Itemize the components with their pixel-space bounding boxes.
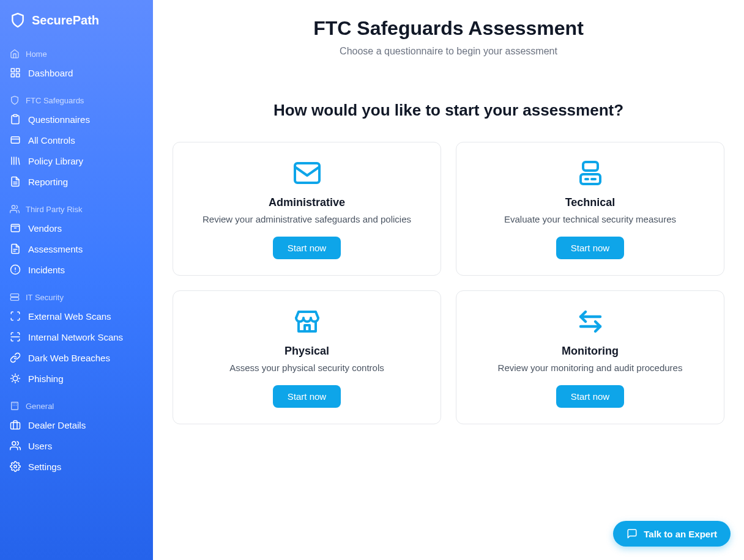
sidebar-item-label: Settings	[28, 462, 61, 472]
chat-icon	[627, 528, 638, 539]
card-technical: Technical Evaluate your technical securi…	[456, 142, 724, 276]
svg-line-10	[18, 158, 20, 165]
svg-rect-22	[10, 298, 18, 301]
svg-rect-32	[11, 422, 20, 429]
sidebar-section-tpr: Third Party Risk Vendors Assessments Inc…	[0, 201, 153, 280]
svg-point-33	[12, 441, 16, 445]
sidebar-item-label: Dashboard	[28, 68, 73, 78]
sidebar-header-label: FTC Safeguards	[26, 96, 84, 105]
sidebar-item-assessments[interactable]: Assessments	[0, 238, 153, 259]
card-title: Technical	[565, 196, 616, 209]
sidebar-header-label: General	[26, 402, 54, 411]
arrows-exchange-icon	[576, 307, 605, 336]
server-icon	[576, 158, 605, 188]
start-now-button-technical[interactable]: Start now	[556, 237, 624, 259]
sidebar-item-all-controls[interactable]: All Controls	[0, 130, 153, 150]
sidebar-item-label: Internal Network Scans	[28, 332, 123, 342]
scan-icon	[10, 311, 21, 322]
sidebar-item-reporting[interactable]: Reporting	[0, 171, 153, 192]
sidebar-item-label: Dealer Details	[28, 420, 86, 430]
card-physical: Physical Assess your physical security c…	[173, 290, 441, 424]
storefront-icon	[292, 307, 322, 336]
card-desc: Assess your physical security controls	[229, 363, 384, 373]
card-administrative: Administrative Review your administrativ…	[173, 142, 441, 276]
card-desc: Evaluate your technical security measure…	[504, 214, 676, 224]
svg-point-24	[13, 376, 18, 381]
brand-name: SecurePath	[32, 13, 99, 28]
start-now-button-physical[interactable]: Start now	[273, 385, 341, 408]
svg-rect-0	[11, 68, 14, 72]
server-small-icon	[10, 292, 20, 302]
sidebar-section-general: General Dealer Details Users Settings	[0, 397, 153, 477]
sidebar-item-phishing[interactable]: Phishing	[0, 368, 153, 389]
card-title: Administrative	[269, 196, 345, 209]
svg-rect-3	[11, 74, 14, 77]
users-small-icon	[10, 204, 20, 214]
svg-rect-1	[17, 68, 20, 72]
sidebar: SecurePath Home Dashboard FTC Safeguards	[0, 0, 153, 560]
sidebar-item-external-web-scans[interactable]: External Web Scans	[0, 306, 153, 326]
file-check-icon	[10, 243, 21, 254]
sidebar-item-label: Users	[28, 441, 52, 451]
gear-icon	[10, 461, 21, 472]
sidebar-section-itsec: IT Security External Web Scans Internal …	[0, 289, 153, 389]
page-subtitle: Choose a questionnaire to begin your ass…	[173, 46, 724, 57]
shield-icon	[10, 12, 26, 28]
sidebar-header-ftc[interactable]: FTC Safeguards	[0, 92, 153, 109]
file-text-icon	[10, 176, 21, 187]
sidebar-item-label: Incidents	[28, 265, 65, 275]
card-title: Monitoring	[562, 345, 619, 358]
sidebar-item-policy-library[interactable]: Policy Library	[0, 150, 153, 171]
svg-rect-4	[13, 115, 17, 117]
sidebar-header-general[interactable]: General	[0, 397, 153, 414]
start-now-button-monitoring[interactable]: Start now	[556, 385, 624, 408]
sidebar-item-incidents[interactable]: Incidents	[0, 259, 153, 280]
sidebar-item-vendors[interactable]: Vendors	[0, 218, 153, 238]
shield-small-icon	[10, 95, 20, 105]
sidebar-header-home[interactable]: Home	[0, 45, 153, 62]
sidebar-header-tpr[interactable]: Third Party Risk	[0, 201, 153, 218]
page-title: FTC Safeguards Assessment	[173, 17, 724, 40]
library-icon	[10, 155, 21, 166]
sidebar-item-dark-web-breaches[interactable]: Dark Web Breaches	[0, 347, 153, 368]
svg-point-13	[12, 205, 15, 208]
alert-circle-icon	[10, 264, 21, 275]
sidebar-item-label: Phishing	[28, 374, 64, 384]
link-icon	[10, 352, 21, 363]
sidebar-item-users[interactable]: Users	[0, 435, 153, 456]
sidebar-item-label: Dark Web Breaches	[28, 353, 110, 363]
card-desc: Review your monitoring and audit procedu…	[498, 363, 683, 373]
home-icon	[10, 49, 20, 59]
fab-label: Talk to an Expert	[644, 529, 717, 539]
svg-rect-36	[583, 162, 598, 171]
sidebar-item-settings[interactable]: Settings	[0, 456, 153, 477]
briefcase-icon	[10, 419, 21, 430]
mail-icon	[292, 158, 322, 188]
start-now-button-administrative[interactable]: Start now	[273, 237, 341, 259]
sidebar-header-itsec[interactable]: IT Security	[0, 289, 153, 306]
sidebar-section-ftc: FTC Safeguards Questionnaires All Contro…	[0, 92, 153, 192]
sidebar-header-label: Home	[26, 50, 47, 59]
package-icon	[10, 223, 21, 234]
sidebar-item-label: Assessments	[28, 244, 83, 254]
sidebar-item-label: External Web Scans	[28, 311, 111, 322]
sidebar-item-questionnaires[interactable]: Questionnaires	[0, 109, 153, 130]
svg-rect-5	[11, 137, 20, 144]
talk-to-expert-button[interactable]: Talk to an Expert	[613, 521, 731, 547]
sidebar-item-label: Reporting	[28, 177, 68, 187]
sidebar-item-label: All Controls	[28, 135, 75, 146]
users-icon	[10, 440, 21, 451]
sidebar-header-label: Third Party Risk	[26, 205, 82, 214]
svg-rect-2	[17, 74, 20, 77]
svg-rect-35	[295, 163, 319, 183]
brand-logo[interactable]: SecurePath	[0, 12, 153, 37]
sidebar-item-internal-network-scans[interactable]: Internal Network Scans	[0, 326, 153, 347]
main-content: FTC Safeguards Assessment Choose a quest…	[153, 0, 744, 560]
sidebar-item-dashboard[interactable]: Dashboard	[0, 62, 153, 83]
card-desc: Review your administrative safeguards an…	[203, 214, 411, 224]
sidebar-item-dealer-details[interactable]: Dealer Details	[0, 414, 153, 435]
svg-rect-14	[11, 226, 20, 232]
sidebar-item-label: Vendors	[28, 223, 62, 234]
svg-rect-21	[10, 294, 18, 297]
svg-point-34	[14, 465, 17, 468]
